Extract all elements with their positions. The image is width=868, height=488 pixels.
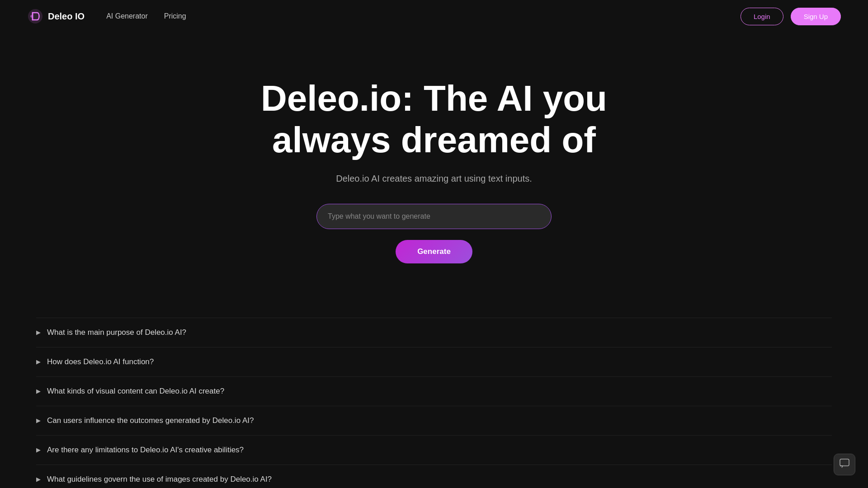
faq-item-4[interactable]: ▶ Are there any limitations to Deleo.io … bbox=[36, 436, 832, 465]
hero-title-line1: Deleo.io: The AI you bbox=[261, 78, 607, 118]
faq-question-4: Are there any limitations to Deleo.io AI… bbox=[47, 446, 244, 455]
faq-arrow-3: ▶ bbox=[36, 417, 41, 424]
login-button[interactable]: Login bbox=[741, 8, 783, 25]
navbar: Deleo IO AI Generator Pricing Login Sign… bbox=[0, 0, 868, 33]
chat-bubble-icon bbox=[840, 459, 849, 471]
signup-button[interactable]: Sign Up bbox=[791, 8, 841, 25]
svg-point-0 bbox=[28, 9, 42, 23]
faq-arrow-5: ▶ bbox=[36, 476, 41, 483]
faq-item-1[interactable]: ▶ How does Deleo.io AI function? bbox=[36, 347, 832, 377]
faq-item-2[interactable]: ▶ What kinds of visual content can Deleo… bbox=[36, 377, 832, 406]
faq-item-0[interactable]: ▶ What is the main purpose of Deleo.io A… bbox=[36, 318, 832, 347]
faq-section: ▶ What is the main purpose of Deleo.io A… bbox=[0, 291, 868, 488]
hero-section: Deleo.io: The AI you always dreamed of D… bbox=[0, 33, 868, 291]
chat-bubble[interactable] bbox=[834, 454, 855, 475]
faq-arrow-1: ▶ bbox=[36, 358, 41, 365]
hero-title: Deleo.io: The AI you always dreamed of bbox=[261, 78, 607, 161]
nav-links: AI Generator Pricing bbox=[106, 12, 186, 20]
faq-question-2: What kinds of visual content can Deleo.i… bbox=[47, 387, 224, 396]
generate-button[interactable]: Generate bbox=[396, 240, 472, 263]
faq-arrow-4: ▶ bbox=[36, 446, 41, 453]
faq-item-3[interactable]: ▶ Can users influence the outcomes gener… bbox=[36, 406, 832, 436]
hero-title-line2: always dreamed of bbox=[272, 120, 596, 160]
faq-question-3: Can users influence the outcomes generat… bbox=[47, 416, 254, 425]
faq-arrow-0: ▶ bbox=[36, 329, 41, 336]
navbar-left: Deleo IO AI Generator Pricing bbox=[27, 8, 186, 24]
logo[interactable]: Deleo IO bbox=[27, 8, 85, 24]
hero-subtitle: Deleo.io AI creates amazing art using te… bbox=[336, 174, 532, 184]
navbar-right: Login Sign Up bbox=[741, 8, 841, 25]
generate-input[interactable] bbox=[316, 204, 552, 229]
nav-pricing[interactable]: Pricing bbox=[164, 12, 186, 20]
faq-arrow-2: ▶ bbox=[36, 388, 41, 394]
svg-point-1 bbox=[30, 15, 33, 18]
faq-question-1: How does Deleo.io AI function? bbox=[47, 357, 154, 366]
svg-rect-2 bbox=[840, 459, 849, 466]
faq-question-0: What is the main purpose of Deleo.io AI? bbox=[47, 328, 186, 337]
logo-text: Deleo IO bbox=[48, 11, 85, 22]
generate-input-wrapper bbox=[316, 204, 552, 229]
faq-question-5: What guidelines govern the use of images… bbox=[47, 475, 272, 484]
nav-ai-generator[interactable]: AI Generator bbox=[106, 12, 148, 20]
logo-icon bbox=[27, 8, 43, 24]
faq-item-5[interactable]: ▶ What guidelines govern the use of imag… bbox=[36, 465, 832, 488]
